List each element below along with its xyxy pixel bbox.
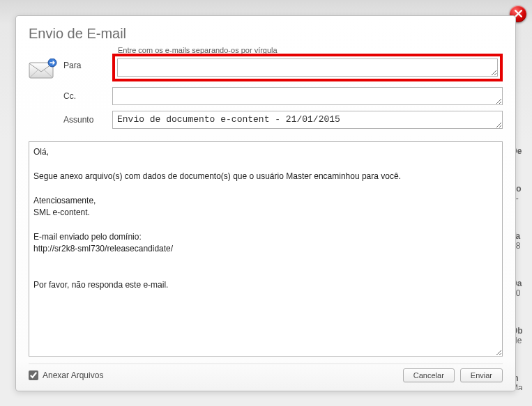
cancel-button[interactable]: Cancelar (403, 368, 455, 382)
attach-label: Anexar Arquivos (43, 370, 103, 380)
para-input[interactable] (117, 58, 498, 77)
para-highlight-box (112, 54, 503, 81)
assunto-input[interactable] (112, 111, 503, 129)
email-body-input[interactable] (29, 141, 503, 357)
cc-input[interactable] (112, 87, 503, 105)
attach-checkbox[interactable] (29, 370, 38, 380)
attach-checkbox-wrap[interactable]: Anexar Arquivos (29, 370, 103, 380)
assunto-label: Assunto (63, 111, 112, 125)
mail-icon (29, 46, 63, 81)
para-label: Para (63, 56, 112, 70)
dialog-title: Envio de E-mail (29, 26, 503, 42)
send-button[interactable]: Enviar (460, 368, 503, 382)
cc-label: Cc. (63, 87, 112, 101)
email-dialog: Envio de E-mail Entre com os e-mails sep… (15, 15, 516, 391)
dialog-footer: Anexar Arquivos Cancelar Enviar (29, 364, 503, 382)
